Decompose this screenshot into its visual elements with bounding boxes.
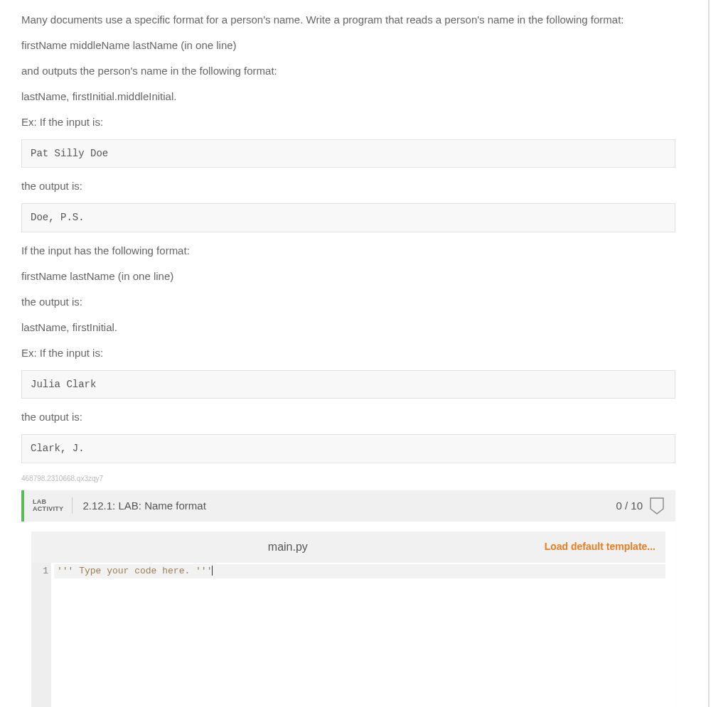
lab-score: 0 / 10 — [616, 497, 650, 514]
editor-tabbar: main.py Load default template... — [31, 531, 665, 563]
example-input: Pat Silly Doe — [31, 148, 108, 159]
lab-header: LAB ACTIVITY 2.12.1: LAB: Name format 0 … — [21, 490, 675, 522]
line-number: 1 — [31, 564, 48, 579]
load-template-button[interactable]: Load default template... — [545, 539, 665, 554]
prompt-line: and outputs the person's name in the fol… — [21, 63, 675, 80]
prompt-line: lastName, firstInitial. — [21, 319, 675, 336]
editor-area[interactable]: 1 ''' Type your code here. ''' — [31, 563, 665, 707]
prompt-line: the output is: — [21, 293, 675, 311]
example-output: Clark, J. — [31, 443, 85, 454]
filename-tab[interactable]: main.py — [31, 538, 545, 556]
prompt-line: firstName middleName lastName (in one li… — [21, 37, 675, 54]
prompt-line: Ex: If the input is: — [21, 114, 675, 131]
prompt-line: If the input has the following format: — [21, 242, 675, 259]
lab-badge-line2: ACTIVITY — [33, 506, 63, 513]
example-input: Julia Clark — [31, 379, 96, 390]
prompt-line: Ex: If the input is: — [21, 345, 675, 362]
example-output-box: Clark, J. — [21, 434, 675, 463]
example-input-box: Julia Clark — [21, 370, 675, 399]
example-output-box: Doe, P.S. — [21, 203, 675, 232]
code-editor: main.py Load default template... 1 ''' T… — [31, 531, 665, 707]
text-cursor — [212, 566, 213, 576]
code-line: ''' Type your code here. ''' — [57, 566, 212, 576]
prompt-line: the output is: — [21, 178, 675, 195]
shield-icon — [650, 497, 664, 514]
reference-code: 468798.2310668.qx3zqy7 — [21, 473, 675, 485]
example-output: Doe, P.S. — [31, 212, 85, 223]
prompt-line: lastName, firstInitial.middleInitial. — [21, 88, 675, 105]
lab-activity-block: LAB ACTIVITY 2.12.1: LAB: Name format 0 … — [21, 490, 675, 707]
lab-title: 2.12.1: LAB: Name format — [73, 497, 616, 514]
prompt-line: firstName lastName (in one line) — [21, 268, 675, 285]
lab-activity-badge: LAB ACTIVITY — [24, 497, 73, 514]
prompt-line: Many documents use a specific format for… — [21, 11, 675, 28]
prompt-line: the output is: — [21, 409, 675, 426]
example-input-box: Pat Silly Doe — [21, 139, 675, 168]
code-content[interactable]: ''' Type your code here. ''' — [51, 563, 665, 707]
line-gutter: 1 — [31, 563, 51, 707]
right-divider — [708, 0, 710, 707]
